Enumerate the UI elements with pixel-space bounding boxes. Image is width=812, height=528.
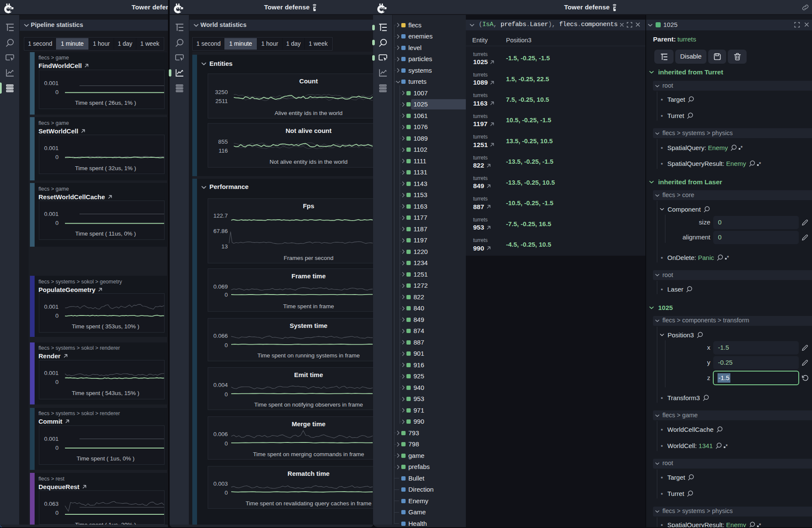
- svg-text:*: *: [726, 443, 728, 449]
- svg-text:*: *: [727, 254, 729, 260]
- svg-text:*: *: [759, 161, 761, 167]
- svg-text:*: *: [741, 145, 743, 150]
